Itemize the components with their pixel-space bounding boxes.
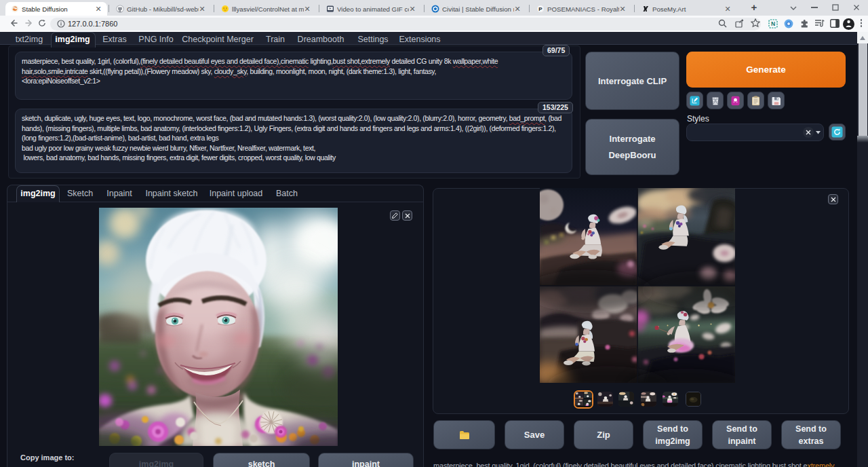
svg-text:N: N xyxy=(771,20,775,27)
svg-text:P: P xyxy=(538,6,542,12)
